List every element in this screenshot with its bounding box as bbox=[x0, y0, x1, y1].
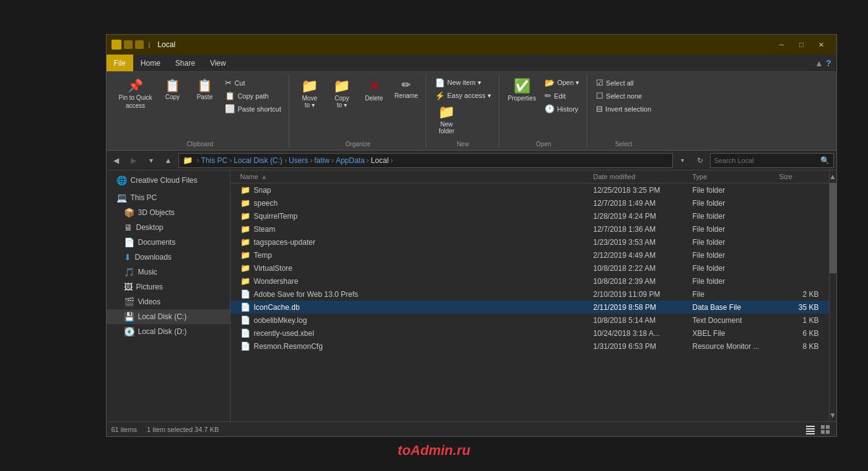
header-type[interactable]: Type bbox=[688, 170, 774, 183]
ribbon-group-select: ☑ Select all ☐ Select none ⊟ Invert sele… bbox=[589, 74, 659, 147]
forward-button[interactable]: ▶ bbox=[126, 153, 141, 168]
sidebar-item-pictures[interactable]: 🖼 Pictures bbox=[107, 280, 230, 294]
select-none-button[interactable]: ☐ Select none bbox=[592, 90, 655, 102]
file-list: 📁 Snap 12/25/2018 3:25 PM File folder 📁 … bbox=[230, 183, 829, 421]
file-row[interactable]: 📄 Resmon.ResmonCfg 1/31/2019 6:53 PM Res… bbox=[230, 340, 829, 353]
ribbon-group-clipboard: 📌 Pin to Quickaccess 📋 Copy 📋 Paste ✂ Cu… bbox=[112, 74, 289, 147]
history-button[interactable]: 🕐 History bbox=[541, 103, 583, 115]
pictures-icon: 🖼 bbox=[124, 282, 133, 292]
sidebar-item-local-disk-c[interactable]: 💾 Local Disk (C:) bbox=[107, 309, 230, 324]
copy-path-icon: 📋 bbox=[225, 91, 235, 100]
scrollbar-down[interactable]: ▼ bbox=[830, 409, 836, 421]
file-name: SquirrelTemp bbox=[254, 212, 298, 221]
sidebar-item-label: This PC bbox=[131, 193, 157, 202]
menu-home[interactable]: Home bbox=[133, 55, 168, 71]
close-button[interactable]: ✕ bbox=[812, 35, 831, 55]
help-icon[interactable]: ? bbox=[826, 58, 831, 68]
file-row[interactable]: 📁 VirtualStore 10/8/2018 2:22 AM File fo… bbox=[230, 262, 829, 275]
select-all-button[interactable]: ☑ Select all bbox=[592, 77, 655, 89]
ribbon-collapse-icon[interactable]: ▲ bbox=[815, 58, 823, 68]
file-row[interactable]: 📄 Adobe Save for Web 13.0 Prefs 2/10/201… bbox=[230, 288, 829, 301]
paste-button[interactable]: 📋 Paste bbox=[189, 77, 220, 103]
properties-button[interactable]: ✅ Properties bbox=[504, 77, 540, 104]
rename-button[interactable]: ✏ Rename bbox=[391, 77, 422, 102]
scrollbar-thumb[interactable] bbox=[830, 183, 836, 273]
invert-selection-button[interactable]: ⊟ Invert selection bbox=[592, 103, 655, 115]
sidebar-item-downloads[interactable]: ⬇ Downloads bbox=[107, 250, 230, 265]
file-row[interactable]: 📁 Snap 12/25/2018 3:25 PM File folder bbox=[230, 183, 829, 196]
details-view-button[interactable] bbox=[804, 423, 817, 436]
minimize-button[interactable]: ─ bbox=[772, 35, 792, 55]
breadcrumb[interactable]: 📁 › This PC › Local Disk (C:) › Users › … bbox=[178, 153, 673, 168]
large-icons-view-button[interactable] bbox=[819, 423, 831, 436]
sidebar-item-local-disk-d[interactable]: 💽 Local Disk (D:) bbox=[107, 324, 230, 339]
back-button[interactable]: ◀ bbox=[109, 153, 124, 168]
scrollbar-up[interactable]: ▲ bbox=[830, 170, 836, 183]
paste-shortcut-icon: ⬜ bbox=[225, 104, 235, 113]
file-row[interactable]: 📄 oobelibMkey.log 10/8/2018 5:14 AM Text… bbox=[230, 314, 829, 327]
edit-button[interactable]: ✏ Edit bbox=[541, 90, 583, 102]
file-type-cell: Resource Monitor ... bbox=[688, 340, 774, 353]
breadcrumb-users[interactable]: Users bbox=[289, 156, 308, 165]
header-date[interactable]: Date modified bbox=[589, 170, 688, 183]
maximize-button[interactable]: □ bbox=[792, 35, 812, 55]
up-button[interactable]: ▲ bbox=[161, 153, 176, 168]
file-row[interactable]: 📁 Temp 2/12/2019 4:49 AM File folder bbox=[230, 249, 829, 262]
menu-file[interactable]: File bbox=[107, 55, 133, 71]
file-row[interactable]: 📁 Wondershare 10/8/2018 2:39 AM File fol… bbox=[230, 275, 829, 288]
search-input[interactable] bbox=[714, 157, 820, 164]
recent-locations-button[interactable]: ▾ bbox=[144, 153, 159, 168]
header-name[interactable]: Name ▲ bbox=[235, 170, 589, 183]
file-list-scrollbar[interactable]: ▲ ▼ bbox=[829, 170, 836, 421]
paste-shortcut-button[interactable]: ⬜ Paste shortcut bbox=[221, 103, 284, 115]
copy-path-button[interactable]: 📋 Copy path bbox=[221, 90, 284, 102]
open-button[interactable]: 📂 Open ▾ bbox=[541, 77, 583, 89]
delete-button[interactable]: ✕ Delete bbox=[359, 77, 390, 104]
pin-to-quick-access-button[interactable]: 📌 Pin to Quickaccess bbox=[115, 77, 156, 112]
breadcrumb-appdata[interactable]: AppData bbox=[336, 156, 365, 165]
breadcrumb-local-disk[interactable]: Local Disk (C:) bbox=[234, 156, 283, 165]
file-size-cell: 8 KB bbox=[774, 340, 824, 353]
breadcrumb-folder-icon: 📁 bbox=[183, 156, 193, 165]
sidebar-item-this-pc[interactable]: 💻 This PC bbox=[107, 190, 230, 205]
search-box: 🔍 bbox=[710, 153, 834, 168]
copy-to-button[interactable]: 📁 Copyto ▾ bbox=[327, 77, 357, 111]
videos-icon: 🎬 bbox=[124, 297, 134, 307]
file-name: tagspaces-updater bbox=[254, 238, 315, 247]
menu-share[interactable]: Share bbox=[168, 55, 203, 71]
menu-view[interactable]: View bbox=[203, 55, 234, 71]
sidebar-item-3d-objects[interactable]: 📦 3D Objects bbox=[107, 205, 230, 220]
file-row[interactable]: 📄 IconCache.db 2/11/2019 8:58 PM Data Ba… bbox=[230, 301, 829, 314]
easy-access-button[interactable]: ⚡ Easy access ▾ bbox=[431, 90, 495, 102]
copy-to-icon: 📁 bbox=[333, 79, 350, 93]
easy-access-icon: ⚡ bbox=[435, 91, 445, 100]
file-row[interactable]: 📄 recently-used.xbel 10/24/2018 3:18 A..… bbox=[230, 327, 829, 340]
file-row[interactable]: 📁 speech 12/7/2018 1:49 AM File folder bbox=[230, 196, 829, 209]
move-to-button[interactable]: 📁 Moveto ▾ bbox=[294, 77, 325, 111]
new-folder-button[interactable]: 📁 Newfolder bbox=[431, 103, 462, 137]
new-item-icon: 📄 bbox=[435, 78, 445, 87]
new-item-button[interactable]: 📄 New item ▾ bbox=[431, 77, 495, 89]
file-row[interactable]: 📁 SquirrelTemp 1/28/2019 4:24 PM File fo… bbox=[230, 209, 829, 222]
breadcrumb-this-pc[interactable]: This PC bbox=[201, 156, 228, 165]
copy-button[interactable]: 📋 Copy bbox=[157, 77, 188, 103]
file-row[interactable]: 📁 Steam 12/7/2018 1:36 AM File folder bbox=[230, 222, 829, 236]
file-row[interactable]: 📁 tagspaces-updater 1/23/2019 3:53 AM Fi… bbox=[230, 236, 829, 249]
sidebar-item-videos[interactable]: 🎬 Videos bbox=[107, 294, 230, 309]
file-size-cell: 2 KB bbox=[774, 288, 824, 301]
new-folder-container: 📁 Newfolder bbox=[431, 103, 462, 137]
refresh-button[interactable]: ↻ bbox=[693, 153, 708, 168]
breadcrumb-fatiw[interactable]: fatiw bbox=[314, 156, 330, 165]
sidebar-item-documents[interactable]: 📄 Documents bbox=[107, 235, 230, 250]
file-name-cell: 📄 Resmon.ResmonCfg bbox=[235, 340, 589, 353]
edit-icon: ✏ bbox=[545, 91, 551, 100]
select-none-label: Select none bbox=[606, 92, 642, 100]
sidebar-item-music[interactable]: 🎵 Music bbox=[107, 265, 230, 280]
cut-button[interactable]: ✂ Cut bbox=[221, 77, 284, 89]
open-small-buttons: 📂 Open ▾ ✏ Edit 🕐 History bbox=[541, 77, 583, 115]
sidebar-item-creative-cloud[interactable]: 🌐 Creative Cloud Files bbox=[107, 173, 230, 188]
recent-search-button[interactable]: ▾ bbox=[675, 153, 690, 168]
sidebar-item-desktop[interactable]: 🖥 Desktop bbox=[107, 220, 230, 235]
header-size[interactable]: Size bbox=[774, 170, 824, 183]
file-name: Resmon.ResmonCfg bbox=[254, 342, 323, 351]
